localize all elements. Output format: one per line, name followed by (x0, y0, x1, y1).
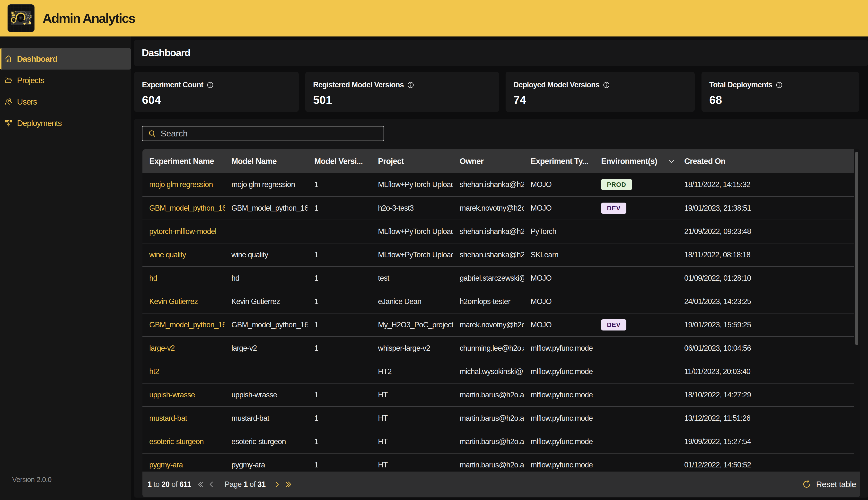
chevron-down-icon[interactable] (668, 158, 675, 165)
home-icon (4, 55, 12, 63)
table-row: pygmy-arapygmy-ara1HTmartin.barus@h2o.am… (142, 453, 854, 471)
table-row: ht2HT2michal.wysokinski@mlflow.pyfunc.mo… (142, 360, 854, 383)
reset-table-label: Reset table (816, 480, 856, 489)
table-row: GBM_model_python_167GBM_model_python_167… (142, 313, 854, 336)
stat-card-value: 74 (513, 93, 695, 106)
info-icon[interactable] (776, 82, 783, 88)
last-page-button[interactable] (283, 479, 293, 490)
experiment-name-cell[interactable]: wine quality (142, 250, 224, 259)
table-row: wine qualitywine quality1MLflow+PyTorch … (142, 243, 854, 266)
table-header: Experiment Name Model Name Model Versi..… (142, 149, 854, 173)
stat-card-value: 68 (709, 93, 859, 106)
model-name-cell: pygmy-ara (224, 461, 308, 469)
created-on-cell: 19/09/2022, 15:27:54 (678, 437, 854, 446)
sidebar-item-label: Projects (17, 76, 44, 85)
model-version-cell: 1 (308, 180, 371, 189)
created-on-cell: 18/10/2022, 14:27:29 (678, 390, 854, 399)
next-page-button[interactable] (271, 479, 282, 490)
table-row: pytorch-mlflow-modelMLflow+PyTorch Uploa… (142, 219, 854, 243)
column-header-model-version[interactable]: Model Versi... (308, 157, 371, 166)
column-header-model-name[interactable]: Model Name (224, 157, 308, 166)
experiment-type-cell: SKLearn (524, 250, 594, 259)
experiment-name-cell[interactable]: mojo glm regression (142, 180, 224, 189)
column-header-project[interactable]: Project (371, 157, 453, 166)
sidebar-item-deployments[interactable]: Deployments (0, 112, 131, 134)
sidebar-item-users[interactable]: Users (0, 91, 131, 112)
owner-cell: martin.barus@h2o.a (453, 390, 524, 399)
app-version: Version 2.0.0 (12, 476, 51, 484)
experiment-name-cell[interactable]: ht2 (142, 367, 224, 376)
column-header-experiment-type[interactable]: Experiment Ty... (524, 157, 594, 166)
model-name-cell: GBM_model_python_167 (224, 320, 308, 329)
dashboard-gauges-logo-image (8, 5, 34, 32)
model-name-cell: mustard-bat (224, 414, 308, 423)
experiment-name-cell[interactable]: large-v2 (142, 344, 224, 353)
model-name-cell: large-v2 (224, 344, 308, 353)
table-row: large-v2large-v21whisper-large-v2chunmin… (142, 336, 854, 360)
column-header-owner[interactable]: Owner (453, 157, 524, 166)
project-cell: MLflow+PyTorch Upload (371, 250, 453, 259)
model-version-cell: 1 (308, 461, 371, 469)
experiment-name-cell[interactable]: pytorch-mlflow-model (142, 227, 224, 236)
table-scrollbar[interactable] (855, 152, 858, 345)
table-body: mojo glm regressionmojo glm regression1M… (142, 173, 854, 471)
model-name-cell: Kevin Gutierrez (224, 297, 308, 306)
experiment-name-cell[interactable]: GBM_model_python_167 (142, 204, 224, 213)
experiment-name-cell[interactable]: Kevin Gutierrez (142, 297, 224, 306)
model-name-cell: GBM_model_python_167 (224, 204, 308, 213)
stat-card-total-deployments: Total Deployments 68 (702, 72, 859, 112)
app-title: Admin Analytics (43, 11, 135, 26)
experiment-type-cell: MOJO (524, 297, 594, 306)
experiment-type-cell: mlflow.pyfunc.mode (524, 437, 594, 446)
created-on-cell: 06/01/2023, 10:04:56 (678, 344, 854, 353)
owner-cell: michal.wysokinski@ (453, 367, 524, 376)
experiment-name-cell[interactable]: mustard-bat (142, 414, 224, 423)
created-on-cell: 11/01/2023, 20:03:40 (678, 367, 854, 376)
created-on-cell: 19/01/2023, 15:59:25 (678, 320, 854, 329)
info-icon[interactable] (603, 82, 610, 88)
info-icon[interactable] (207, 82, 213, 88)
search-icon (148, 129, 156, 138)
table-row: GBM_model_python_167GBM_model_python_167… (142, 196, 854, 219)
previous-page-button[interactable] (206, 479, 217, 490)
stat-card-experiment-count: Experiment Count 604 (134, 72, 299, 112)
experiment-name-cell[interactable]: uppish-wrasse (142, 390, 224, 399)
owner-cell: marek.novotny@h2o (453, 320, 524, 329)
pagination-range: 1 to 20 of 611 (148, 480, 191, 489)
column-header-environments[interactable]: Environment(s) (594, 157, 678, 166)
reset-table-button[interactable]: Reset table (802, 480, 856, 489)
table-footer: 1 to 20 of 611 Page 1 of 31 (142, 471, 860, 497)
created-on-cell: 01/09/2022, 01:28:10 (678, 274, 854, 283)
stat-card-label: Registered Model Versions (313, 80, 404, 89)
project-cell: MLflow+PyTorch Upload (371, 180, 453, 189)
column-header-created-on[interactable]: Created On (678, 157, 854, 166)
model-version-cell: 1 (308, 414, 371, 423)
sidebar-item-projects[interactable]: Projects (0, 70, 131, 91)
project-cell: HT (371, 414, 453, 423)
page-title-panel: Dashboard (134, 40, 868, 66)
experiment-name-cell[interactable]: esoteric-sturgeon (142, 437, 224, 446)
project-cell: h2o-3-test3 (371, 204, 453, 213)
experiment-name-cell[interactable]: hd (142, 274, 224, 283)
table-row: uppish-wrasseuppish-wrasse1HTmartin.baru… (142, 383, 854, 406)
info-icon[interactable] (407, 82, 414, 88)
column-header-experiment-name[interactable]: Experiment Name (142, 157, 224, 166)
environments-cell: PROD (594, 179, 678, 190)
table-row: mustard-batmustard-bat1HTmartin.barus@h2… (142, 406, 854, 430)
pagination-page: Page 1 of 31 (224, 480, 265, 489)
owner-cell: marek.novotny@h2o (453, 204, 524, 213)
experiment-type-cell: mlflow.pyfunc.mode (524, 367, 594, 376)
sidebar-item-dashboard[interactable]: Dashboard (0, 48, 131, 70)
first-page-button[interactable] (195, 479, 206, 490)
experiment-name-cell[interactable]: GBM_model_python_167 (142, 320, 224, 329)
owner-cell: martin.barus@h2o.a (453, 414, 524, 423)
created-on-cell: 01/12/2022, 14:50:52 (678, 461, 854, 469)
created-on-cell: 19/01/2023, 21:38:51 (678, 204, 854, 213)
experiment-name-cell[interactable]: pygmy-ara (142, 461, 224, 469)
users-icon (4, 98, 12, 106)
experiment-type-cell: MOJO (524, 180, 594, 189)
app-logo (8, 4, 35, 32)
search-input[interactable] (161, 129, 374, 138)
project-cell: My_H2O3_PoC_project (371, 320, 453, 329)
project-cell: whisper-large-v2 (371, 344, 453, 353)
